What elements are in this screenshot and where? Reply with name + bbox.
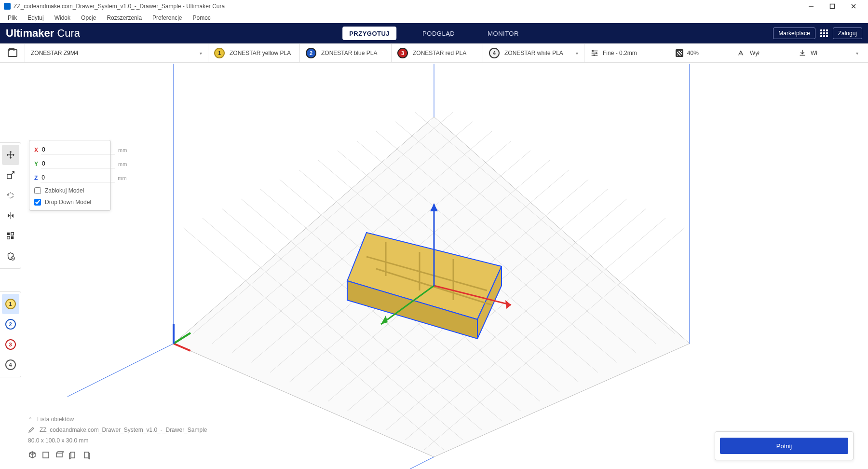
svg-rect-21 — [11, 236, 13, 239]
support-icon — [737, 49, 746, 57]
tool-scale[interactable] — [2, 165, 19, 185]
window-minimize-button[interactable] — [800, 0, 822, 13]
menu-help[interactable]: Pomoc — [188, 14, 215, 22]
svg-marker-5 — [347, 233, 502, 319]
lock-model-checkbox[interactable]: Zablokuj Model — [34, 187, 106, 194]
svg-rect-19 — [11, 233, 13, 235]
view-top-icon[interactable] — [55, 451, 64, 459]
view-left-icon[interactable] — [68, 451, 77, 459]
extruder-badge-3: 3 — [397, 48, 408, 58]
extruder-badge-4: 4 — [489, 48, 500, 58]
view-mode-icons — [28, 451, 207, 459]
stage-tab-monitor[interactable]: MONITOR — [481, 27, 526, 40]
sliders-icon — [590, 49, 599, 57]
extruder-4[interactable]: 4 ZONESTAR white PLA ▾ — [483, 44, 584, 62]
slice-panel: Potnij — [715, 431, 854, 460]
extruder-1[interactable]: 1 ZONESTAR yellow PLA — [208, 44, 300, 62]
login-button[interactable]: Zaloguj — [833, 28, 862, 39]
adhesion-icon — [798, 49, 807, 57]
chevron-down-icon: ▾ — [856, 51, 858, 56]
tool-mirror[interactable] — [2, 206, 19, 226]
extruder-label-3: ZONESTAR red PLA — [413, 50, 466, 56]
position-x-input[interactable] — [41, 145, 115, 154]
svg-rect-23 — [43, 452, 49, 458]
extruder-select-3[interactable]: 3 — [2, 334, 19, 355]
tool-rotate[interactable] — [2, 185, 19, 206]
extruder-select-2[interactable]: 2 — [2, 314, 19, 334]
apps-icon[interactable] — [820, 29, 828, 37]
view-front-icon[interactable] — [41, 451, 50, 459]
position-z-input[interactable] — [41, 173, 115, 182]
svg-line-14 — [174, 344, 190, 351]
svg-line-8 — [434, 286, 511, 305]
extruder-label-2: ZONESTAR blue PLA — [321, 50, 377, 56]
marketplace-button[interactable]: Marketplace — [773, 28, 815, 39]
object-dimensions: 80.0 x 100.0 x 30.0 mm — [28, 437, 207, 444]
app-logo: Ultimaker Cura — [6, 27, 80, 40]
profile-setting: Fine - 0.2mm — [590, 49, 637, 57]
menu-extensions[interactable]: Rozszerzenia — [102, 14, 147, 22]
window-close-button[interactable] — [843, 0, 864, 13]
svg-rect-25 — [71, 452, 75, 458]
menu-preferences[interactable]: Preferencje — [148, 14, 187, 22]
adhesion-setting: Wł — [798, 49, 817, 57]
object-list-header[interactable]: ⌃ Lista obiektów — [28, 416, 207, 423]
transform-panel: Xmm Ymm Zmm Zablokuj Model Drop Down Mod… — [29, 140, 111, 211]
svg-point-3 — [593, 55, 595, 56]
svg-marker-11 — [381, 316, 388, 324]
tool-move[interactable] — [2, 145, 19, 165]
slice-button[interactable]: Potnij — [720, 438, 848, 454]
svg-line-10 — [381, 286, 434, 324]
folder-icon — [8, 49, 17, 57]
extruder-toolbar: 1 2 3 4 — [0, 291, 21, 377]
menu-view[interactable]: Widok — [50, 14, 75, 22]
tool-per-model[interactable] — [2, 226, 19, 246]
drop-down-checkbox[interactable]: Drop Down Model — [34, 199, 106, 206]
svg-marker-9 — [505, 300, 511, 309]
object-list-item[interactable]: ZZ_codeandmake.com_Drawer_System_v1.0_-_… — [28, 427, 207, 433]
chevron-down-icon: ▾ — [200, 51, 202, 56]
svg-marker-7 — [477, 266, 502, 339]
menu-options[interactable]: Opcje — [76, 14, 101, 22]
extruder-label-4: ZONESTAR white PLA — [504, 50, 563, 56]
open-file-button[interactable] — [0, 44, 25, 62]
axis-y-label: Y — [34, 161, 38, 167]
svg-marker-13 — [430, 204, 438, 211]
chevron-down-icon: ▾ — [576, 51, 578, 56]
menu-edit[interactable]: Edytuj — [23, 14, 48, 22]
viewport[interactable] — [0, 64, 868, 469]
svg-point-1 — [592, 50, 594, 52]
menu-bar: Plik Edytuj Widok Opcje Rozszerzenia Pre… — [0, 13, 868, 23]
extruder-2[interactable]: 2 ZONESTAR blue PLA — [300, 44, 392, 62]
extruder-select-1[interactable]: 1 — [2, 294, 19, 314]
view-right-icon[interactable] — [82, 451, 91, 459]
view-3d-icon[interactable] — [28, 451, 37, 459]
window-title: ZZ_codeandmake.com_Drawer_System_v1.0_-_… — [14, 3, 225, 10]
infill-setting: 40% — [676, 49, 699, 57]
window-maximize-button[interactable] — [822, 0, 843, 13]
stage-tab-prepare[interactable]: PRZYGOTUJ — [342, 27, 396, 40]
extruder-label-1: ZONESTAR yellow PLA — [230, 50, 291, 56]
object-list-panel: ⌃ Lista obiektów ZZ_codeandmake.com_Draw… — [28, 416, 207, 459]
svg-rect-24 — [56, 453, 62, 457]
pencil-icon — [28, 427, 35, 433]
extruder-select-4[interactable]: 4 — [2, 355, 19, 375]
infill-icon — [676, 49, 683, 57]
menu-file[interactable]: Plik — [3, 14, 22, 22]
axis-z-label: Z — [34, 175, 38, 181]
svg-rect-26 — [84, 452, 88, 458]
print-settings-summary[interactable]: Fine - 0.2mm 40% Wył Wł ▾ — [584, 44, 868, 62]
position-y-input[interactable] — [41, 159, 115, 168]
settings-bar: ZONESTAR Z9M4 ▾ 1 ZONESTAR yellow PLA 2 … — [0, 43, 868, 63]
stage-tab-preview[interactable]: PODGLĄD — [416, 27, 461, 40]
svg-rect-18 — [7, 233, 9, 235]
svg-point-2 — [596, 52, 597, 54]
axis-x-label: X — [34, 147, 38, 153]
svg-rect-17 — [7, 174, 11, 179]
extruder-3[interactable]: 3 ZONESTAR red PLA — [392, 44, 483, 62]
app-icon — [4, 3, 11, 10]
left-toolbar — [0, 142, 21, 269]
printer-selector[interactable]: ZONESTAR Z9M4 ▾ — [25, 44, 208, 62]
printer-name: ZONESTAR Z9M4 — [31, 50, 78, 56]
tool-support-blocker[interactable] — [2, 246, 19, 266]
